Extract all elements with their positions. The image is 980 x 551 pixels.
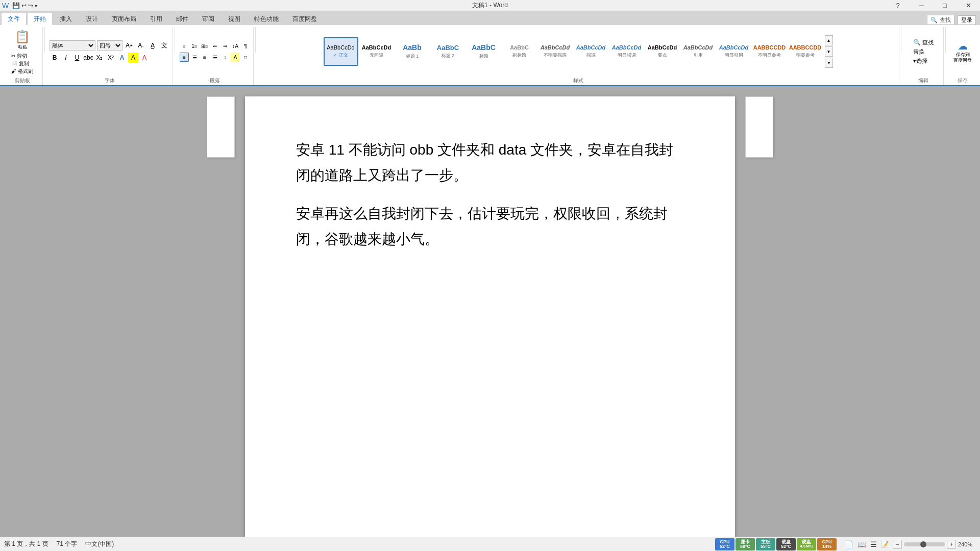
align-left-btn[interactable]: ≡ [180,53,189,62]
zoom-in-btn[interactable]: + [947,540,956,549]
select-btn[interactable]: ▾选择 [913,57,927,65]
paste-btn[interactable]: 📋 粘贴 [13,28,32,52]
paragraph-1: 安卓 11 不能访问 obb 文件夹和 data 文件夹，安卓在自我封闭的道路上… [296,137,684,189]
text-effect-btn[interactable]: A [117,53,127,63]
decrease-font-btn[interactable]: A- [136,40,146,51]
save-baidu-btn[interactable]: ☁ 保存到百度网盘 [953,40,972,63]
multilevel-btn[interactable]: ⊞≡ [200,41,209,51]
increase-indent-btn[interactable]: ⇒ [220,41,230,51]
tab-special[interactable]: 特色功能 [248,13,285,25]
view-web-btn[interactable]: 📖 [857,540,866,548]
search-icon: 🔍 [930,17,938,23]
style-intense-emph[interactable]: AaBbCcDd 明显强调 [609,37,644,66]
tab-references[interactable]: 引用 [143,13,169,25]
style-no-spacing[interactable]: AaBbCcDd 无间隔 [359,37,394,66]
show-marks-btn[interactable]: ¶ [241,41,250,51]
redo-quick-btn[interactable]: ↪ [28,2,33,9]
document-page[interactable]: 安卓 11 不能访问 obb 文件夹和 data 文件夹，安卓在自我封闭的道路上… [245,96,735,540]
help-btn[interactable]: ? [886,0,910,11]
zoom-level[interactable]: 240% [958,541,976,547]
style-subtle-ref[interactable]: AaBbCcDd 不明显参考 [752,37,787,66]
borders-btn[interactable]: □ [241,53,250,62]
style-heading1[interactable]: AaBb 标题 1 [395,37,430,66]
zoom-slider[interactable] [904,542,945,546]
close-btn[interactable]: ✕ [957,0,980,11]
zoom-out-btn[interactable]: − [893,540,902,549]
phonetic-btn[interactable]: 文 [159,40,169,51]
increase-font-btn[interactable]: A+ [124,40,134,51]
save-quick-btn[interactable]: 💾 [12,2,20,9]
minimize-btn[interactable]: ─ [910,0,933,11]
language: 中文(中国) [85,540,114,548]
font-group-label: 字体 [105,76,115,85]
decrease-indent-btn[interactable]: ⇐ [210,41,219,51]
justify-btn[interactable]: ☰ [210,53,219,62]
view-draft-btn[interactable]: 📝 [881,541,889,548]
bold-btn[interactable]: B [50,53,60,63]
tab-layout[interactable]: 页面布局 [105,13,143,25]
tab-baidu[interactable]: 百度网盘 [286,13,324,25]
line-spacing-btn[interactable]: ↕ [220,53,230,62]
subscript-btn[interactable]: X₂ [94,53,105,63]
copy-btn[interactable]: 📄 复制 [9,60,36,67]
style-subtle-emph[interactable]: AaBbCcDd 不明显强调 [538,37,573,66]
text-color-btn[interactable]: A [139,53,150,63]
style-intense-quote[interactable]: AaBbCcDd 明显引用 [717,37,751,66]
format-painter-btn[interactable]: 🖌 格式刷 [9,68,36,75]
italic-btn[interactable]: I [61,53,71,63]
styles-scroll-up[interactable]: ▲ [825,35,833,45]
gpu-temp-badge: 显卡 58°C [736,538,755,550]
bullets-btn[interactable]: ≡ [180,41,189,51]
strikethrough-btn[interactable]: abc [83,53,93,63]
paragraph-group-label: 段落 [210,76,220,85]
ribbon-panel: 📋 粘贴 ✂ 剪切 📄 复制 🖌 格式刷 剪贴板 黑体 宋体 微软雅黑 [0,25,980,86]
tab-view[interactable]: 视图 [222,13,247,25]
tab-mailings[interactable]: 邮件 [169,13,195,25]
style-intense-ref[interactable]: AaBbCcDd 明显参考 [788,37,823,66]
find-btn[interactable]: 查找 [922,39,934,46]
style-strong[interactable]: AaBbCcDd 要点 [645,37,680,66]
tab-design[interactable]: 设计 [79,13,105,25]
align-center-btn[interactable]: ☰ [190,53,199,62]
clear-format-btn[interactable]: A̲ [148,40,158,51]
style-emph[interactable]: AaBbCcDd 强调 [574,37,608,66]
tab-insert[interactable]: 插入 [53,13,79,25]
style-subtitle[interactable]: AaBbC 副标题 [502,37,537,66]
replace-btn[interactable]: 替换 [913,48,924,56]
styles-expand[interactable]: ▾ [825,58,833,68]
search-box[interactable]: 🔍 查找 [927,15,954,25]
cut-btn[interactable]: ✂ 剪切 [9,53,36,60]
search-label: 查找 [940,16,951,24]
underline-btn[interactable]: U [72,53,82,63]
styles-scroll-down[interactable]: ▼ [825,46,833,57]
right-page-preview [745,96,773,158]
align-right-btn[interactable]: ≡ [200,53,209,62]
paste-icon: 📋 [15,30,30,44]
tab-file[interactable]: 文件 [1,13,27,25]
font-name-select[interactable]: 黑体 宋体 微软雅黑 [50,40,95,51]
shading-btn[interactable]: A [231,53,240,62]
tab-home[interactable]: 开始 [27,13,53,25]
zoom-slider-thumb[interactable] [920,541,926,547]
view-outline-btn[interactable]: ☰ [870,540,877,548]
window-title: 文稿1 - Word [472,1,508,10]
app-icon: W [2,2,9,10]
style-normal[interactable]: AaBbCcDd ✓ 正文 [324,37,358,66]
sort-btn[interactable]: ↕A [231,41,240,51]
numbering-btn[interactable]: 1≡ [190,41,199,51]
highlight-btn[interactable]: A [128,53,138,63]
hdd-temp-badge: 硬盘 52°C [776,538,796,550]
tab-review[interactable]: 审阅 [195,13,221,25]
hdd-speed-badge: 硬盘 4.6M/S [797,538,816,550]
maximize-btn[interactable]: □ [933,0,957,11]
superscript-btn[interactable]: X² [106,53,116,63]
customize-quick-btn[interactable]: ▾ [35,3,37,9]
style-title[interactable]: AaBbC 标题 [467,37,501,66]
view-print-btn[interactable]: 📄 [845,540,853,548]
style-heading2[interactable]: AaBbC 标题 2 [431,37,465,66]
style-quote[interactable]: AaBbCcDd 引用 [681,37,716,66]
undo-quick-btn[interactable]: ↩ [21,2,27,9]
find-icon: 🔍 [913,39,921,46]
font-size-select[interactable]: 四号 三号 小四 五号 [97,40,122,51]
user-login-btn[interactable]: 登录 [958,15,976,25]
